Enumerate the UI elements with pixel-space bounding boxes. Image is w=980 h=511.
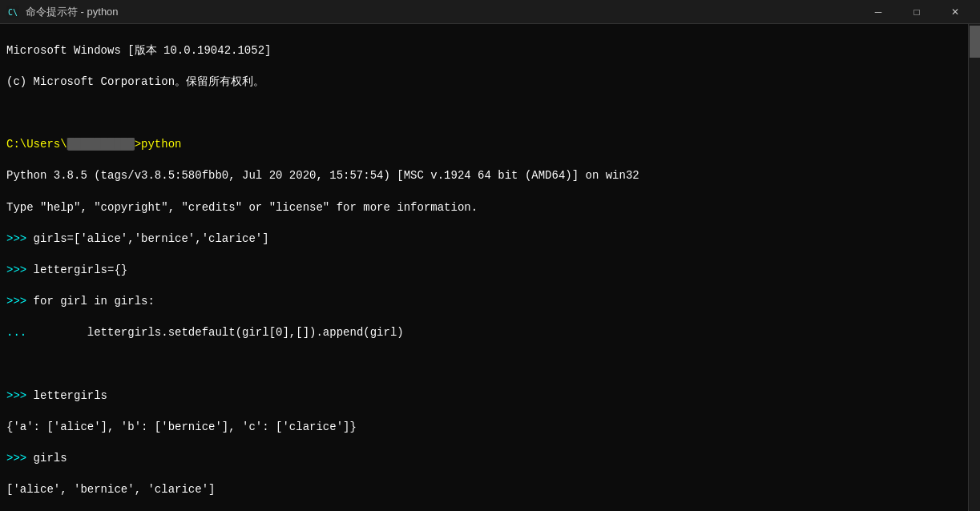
line-10: ... lettergirls.setdefault(girl[0],[]).a… bbox=[6, 325, 962, 341]
minimize-button[interactable]: ─ bbox=[860, 0, 897, 24]
line-11 bbox=[6, 356, 962, 372]
title-bar: C\ 命令提示符 - python ─ □ ✕ bbox=[0, 0, 980, 24]
line-13: {'a': ['alice'], 'b': ['bernice'], 'c': … bbox=[6, 420, 962, 436]
path-text: C:\Users\ bbox=[6, 138, 67, 151]
cmd-icon: C\ bbox=[6, 6, 19, 18]
scrollbar[interactable] bbox=[968, 24, 980, 511]
terminal: Microsoft Windows [版本 10.0.19042.1052] (… bbox=[0, 24, 980, 511]
code-4: lettergirls.setdefault(girl[0],[]).appen… bbox=[34, 326, 404, 339]
window-controls: ─ □ ✕ bbox=[860, 0, 974, 24]
line-3 bbox=[6, 106, 962, 122]
prompt-4: >>> bbox=[6, 389, 34, 402]
continuation-prompt: ... bbox=[6, 326, 34, 339]
prompt-5: >>> bbox=[6, 452, 34, 465]
line-15: ['alice', 'bernice', 'clarice'] bbox=[6, 482, 962, 498]
code-5: lettergirls bbox=[34, 389, 107, 402]
line-6: Type "help", "copyright", "credits" or "… bbox=[6, 200, 962, 216]
scrollbar-thumb[interactable] bbox=[970, 26, 980, 58]
code-6: girls bbox=[34, 452, 67, 465]
line-2: (c) Microsoft Corporation。保留所有权利。 bbox=[6, 74, 962, 91]
close-button[interactable]: ✕ bbox=[937, 0, 974, 24]
redacted-username: ██████████ bbox=[67, 138, 135, 151]
line-5: Python 3.8.5 (tags/v3.8.5:580fbb0, Jul 2… bbox=[6, 168, 962, 184]
line-1: Microsoft Windows [版本 10.0.19042.1052] bbox=[6, 43, 962, 59]
terminal-content[interactable]: Microsoft Windows [版本 10.0.19042.1052] (… bbox=[0, 24, 968, 511]
prompt-3: >>> bbox=[6, 295, 34, 308]
maximize-button[interactable]: □ bbox=[898, 0, 935, 24]
line-12: >>> lettergirls bbox=[6, 388, 962, 404]
code-3: for girl in girls: bbox=[34, 295, 155, 308]
title-bar-left: C\ 命令提示符 - python bbox=[6, 5, 119, 19]
line-8: >>> lettergirls={} bbox=[6, 263, 962, 279]
svg-text:C\: C\ bbox=[8, 8, 18, 17]
prompt-1: >>> bbox=[6, 232, 34, 245]
code-2: lettergirls={} bbox=[34, 264, 128, 276]
line-4: C:\Users\██████████>python bbox=[6, 137, 962, 153]
line-9: >>> for girl in girls: bbox=[6, 294, 962, 310]
line-14: >>> girls bbox=[6, 451, 962, 467]
line-7: >>> girls=['alice','bernice','clarice'] bbox=[6, 231, 962, 247]
code-1: girls=['alice','bernice','clarice'] bbox=[34, 232, 269, 245]
python-cmd: >python bbox=[135, 138, 182, 151]
prompt-2: >>> bbox=[6, 264, 34, 276]
window-title: 命令提示符 - python bbox=[26, 5, 119, 19]
